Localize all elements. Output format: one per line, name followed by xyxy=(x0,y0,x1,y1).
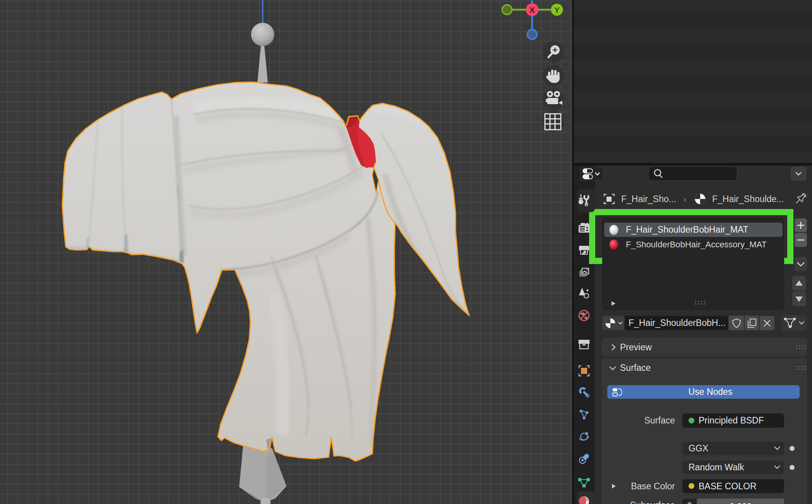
svg-text:Y: Y xyxy=(554,5,560,14)
svg-text:X: X xyxy=(529,5,535,14)
